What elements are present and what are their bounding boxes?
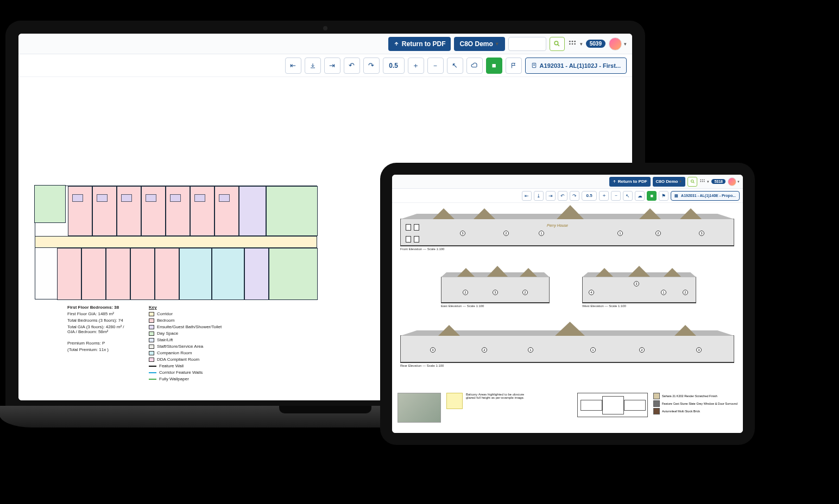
zoom-in-button[interactable]: ＋ [599,191,609,201]
highlight-swatch [446,393,463,409]
svg-point-10 [702,179,703,180]
info-line: First Floor GIA: 1485 m² [67,311,133,316]
apps-icon[interactable] [568,39,578,49]
search-button[interactable] [550,37,565,51]
document-selector[interactable]: A192031 - AL(1)102J - First... [525,58,627,74]
zoom-value[interactable]: 0.5 [582,191,597,201]
tablet-app: Return to PDF C8O Demo ▼ ▾ 5318 ▾ ⇤⤓⇥ ↶↷… [392,175,743,433]
cloud-tool-button[interactable] [466,58,483,74]
legend-label: Fully Wallpaper [159,377,189,381]
legend-label: Companion Room [157,350,192,355]
svg-point-13 [702,181,703,182]
arrow-tool-button[interactable]: ↖ [623,191,633,201]
chevron-down-icon: ▾ [707,180,709,184]
zoom-group: ＋ － [408,58,444,74]
drawing-toolbar: ⇤⤓⇥ ↶↷ 0.5 ＋－ ↖☁■⚑ ▤ A192031 - AL(1)140E… [392,189,743,203]
legend-label: Bedroom [157,318,174,323]
flag-tool-button[interactable]: ⚑ [659,191,668,201]
zoom-value[interactable]: 0.5 [383,58,405,74]
first-page-button[interactable]: ⇤ [285,58,301,74]
legend-label: Feature Wall [159,363,184,368]
return-to-pdf-button[interactable]: Return to PDF [609,177,651,187]
download-icon[interactable]: ⤓ [534,191,544,201]
zoom-out-button[interactable]: － [611,191,621,201]
document-icon: ▤ [674,194,678,198]
svg-point-2 [571,41,573,42]
return-to-pdf-label: Return to PDF [618,179,647,184]
info-line: Premium Rooms: P [67,341,133,346]
marker-tool-button[interactable]: ■ [486,58,502,74]
rotate-left-button[interactable]: ↶ [344,58,360,74]
info-line: Total Bedrooms (3 floors): 74 [67,318,133,323]
project-dropdown-button[interactable]: C8O Demo ▼ [454,37,504,51]
svg-point-11 [704,179,705,180]
project-dropdown-label: C8O Demo [656,179,678,184]
elev-title: East Elevation [441,304,462,308]
tablet-device: Return to PDF C8O Demo ▼ ▾ 5318 ▾ ⇤⤓⇥ ↶↷… [380,163,755,445]
chevron-down-icon: ▾ [624,41,627,47]
west-elevation: 4 3 1 2 West Elevation — Scale 1:100 [582,268,696,308]
elev-title: West Elevation [582,304,604,308]
apps-icon[interactable] [699,178,706,185]
elev-title: Rear Elevation [400,364,421,367]
legend-label: Corridor Feature Walls [159,370,203,375]
material-swatches: Sahara 21 K202 Render Scratched Finish F… [653,393,737,414]
floor-info: First Floor Bedrooms: 38 First Floor GIA… [67,305,133,381]
elev-scale: Scale 1:100 [609,304,626,308]
rotate-right-button[interactable]: ↷ [570,191,579,201]
return-to-pdf-label: Return to PDF [402,40,446,48]
swatch-label: Autumnleaf Multi Stock Brick [662,410,700,413]
project-dropdown-button[interactable]: C8O Demo ▼ [653,177,686,187]
first-page-button[interactable]: ⇤ [522,191,532,201]
elev-scale: Scale 1:100 [427,364,444,367]
legend-label: Staff/Store/Service Area [157,344,203,349]
drawing-toolbar: ⇤ ⇥ ↶ ↷ 0.5 ＋ － ↖ [18,54,632,77]
arrow-tool-button[interactable]: ↖ [447,58,463,74]
svg-point-1 [569,41,571,42]
document-selector[interactable]: ▤ A192031 - AL(1)140E - Propo... [671,191,740,201]
search-button[interactable] [687,177,697,187]
chevron-down-icon: ▾ [580,41,583,47]
camera-icon [323,26,327,30]
search-input[interactable] [508,37,546,51]
legend-label: Ensuite/Guest Bath/Shower/Toilet [157,324,222,329]
document-label: A192031 - AL(1)140E - Propo... [681,194,736,197]
rotate-group: ↶ ↷ [344,58,380,74]
building-name-label: Perry House [547,224,568,227]
cloud-tool-button[interactable]: ☁ [635,191,645,201]
zoom-in-button[interactable]: ＋ [408,58,424,74]
elev-scale: Scale 1:100 [427,247,445,251]
svg-point-8 [691,180,693,183]
flag-tool-button[interactable] [506,58,522,74]
elev-title: Front Elevation [400,247,422,251]
top-bar: Return to PDF C8O Demo ▼ ▾ 5318 ▾ [392,175,743,189]
chevron-down-icon: ▾ [737,180,740,184]
balcony-note: Balcony Areas highlighted to be obscure … [466,393,526,399]
annotate-group: ↖ ■ [447,58,522,74]
legend-label: Corridor [157,311,173,316]
avatar[interactable] [609,37,622,50]
top-bar: Return to PDF C8O Demo ▼ ▾ 5039 ▾ [18,34,632,54]
info-line: Total GIA (3 floors): 4280 m² / GIA / Be… [67,324,133,334]
zoom-out-button[interactable]: － [427,58,444,74]
download-icon[interactable] [305,58,321,74]
rotate-right-button[interactable]: ↷ [363,58,380,74]
last-page-button[interactable]: ⇥ [546,191,556,201]
svg-point-0 [554,41,558,45]
drawing-footer: Balcony Areas highlighted to be obscure … [398,393,737,431]
elev-scale: Scale 1:100 [467,304,484,308]
rotate-left-button[interactable]: ↶ [558,191,567,201]
floor-plan-drawing [35,186,317,299]
notification-badge[interactable]: 5039 [586,40,605,48]
notification-badge[interactable]: 5318 [711,179,726,184]
last-page-button[interactable]: ⇥ [324,58,340,74]
chevron-down-icon: ▼ [678,180,682,183]
svg-point-6 [574,43,576,44]
avatar[interactable] [728,177,736,186]
return-to-pdf-button[interactable]: Return to PDF [388,37,451,51]
document-label: A192031 - AL(1)102J - First... [540,62,621,69]
marker-tool-button[interactable]: ■ [647,191,657,201]
svg-point-12 [701,181,702,182]
drawing-canvas[interactable]: 1 2 3 1 2 3 Perry House Front Elevation … [392,203,743,433]
swatch-label: Feature Cast Stone Slate Grey Window & D… [662,402,737,405]
